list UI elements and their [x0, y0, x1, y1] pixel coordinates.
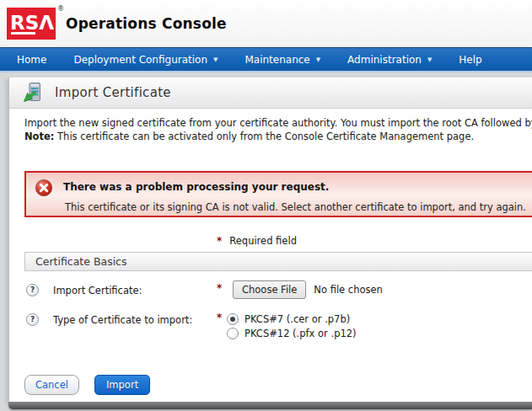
error-detail: This certificate or its signing CA is no…: [65, 201, 532, 213]
field-label-certificate-type: Type of Certificate to import:: [53, 314, 192, 326]
rsa-logo-mark: RSΛ: [7, 8, 56, 40]
radio-button-icon[interactable]: [227, 328, 239, 339]
nav-item-maintenance[interactable]: Maintenance ▼: [245, 54, 320, 66]
intro-note: Note: This certificate can be activated …: [24, 130, 532, 143]
file-status-text: No file chosen: [314, 284, 382, 296]
svg-text:RSΛ: RSΛ: [10, 12, 54, 34]
nav-item-administration[interactable]: Administration ▼: [347, 54, 432, 66]
bottom-bar: [8, 402, 532, 409]
required-label: Required field: [229, 235, 297, 247]
chevron-down-icon: ▼: [427, 56, 432, 63]
nav-item-home[interactable]: Home: [17, 54, 46, 66]
nav-label: Administration: [347, 54, 422, 66]
required-asterisk: *: [217, 312, 222, 323]
chevron-down-icon: ▼: [316, 56, 320, 63]
choose-file-button[interactable]: Choose File: [233, 280, 306, 299]
radio-button-selected-icon[interactable]: [227, 313, 239, 325]
field-row-import-certificate: ? Import Certificate: * Choose File No f…: [9, 280, 532, 301]
intro-text: Import the new signed certificate from y…: [24, 116, 532, 143]
nav-item-deployment-configuration[interactable]: Deployment Configuration ▼: [73, 54, 218, 66]
nav-label: Help: [459, 54, 481, 66]
registered-trademark: ®: [57, 5, 64, 13]
screen: RSΛ ® Operations Console Home Deployment…: [0, 0, 532, 411]
radio-label: PKCS#12 (.pfx or .p12): [245, 328, 357, 339]
page-title-bar: Import Certificate: [9, 77, 532, 109]
required-asterisk: *: [217, 282, 222, 294]
radio-option-pkcs7[interactable]: PKCS#7 (.cer or .p7b): [227, 312, 357, 326]
error-icon: [35, 179, 53, 197]
page-title: Import Certificate: [55, 85, 171, 100]
main-nav: Home Deployment Configuration ▼ Maintena…: [0, 47, 532, 72]
help-icon[interactable]: ?: [26, 284, 39, 296]
server-import-icon: [22, 82, 44, 104]
radio-option-pkcs12[interactable]: PKCS#12 (.pfx or .p12): [227, 326, 357, 340]
note-text: This certificate can be activated only f…: [54, 131, 474, 142]
import-button[interactable]: Import: [94, 375, 150, 395]
nav-label: Deployment Configuration: [73, 54, 207, 66]
nav-item-help[interactable]: Help: [459, 54, 481, 66]
cancel-button[interactable]: Cancel: [24, 375, 79, 395]
note-label: Note:: [24, 131, 54, 142]
rsa-logo: RSΛ ®: [7, 8, 56, 40]
radio-label: PKCS#7 (.cer or .p7b): [245, 313, 350, 325]
field-row-certificate-type: ? Type of Certificate to import: * PKCS#…: [9, 310, 532, 340]
required-asterisk: *: [217, 235, 222, 247]
help-icon[interactable]: ?: [26, 313, 39, 326]
nav-label: Maintenance: [245, 54, 309, 66]
action-buttons: Cancel Import: [24, 375, 150, 395]
certificate-type-radio-group: PKCS#7 (.cer or .p7b) PKCS#12 (.pfx or .…: [227, 312, 357, 340]
app-header: RSΛ ® Operations Console: [0, 0, 532, 47]
chevron-down-icon: ▼: [213, 56, 218, 63]
intro-line: Import the new signed certificate from y…: [24, 116, 532, 130]
file-input: Choose File No file chosen: [233, 280, 383, 299]
content-panel: Import Certificate Import the new signed…: [8, 77, 532, 402]
error-banner: There was a problem processing your requ…: [24, 171, 532, 217]
field-label-import-certificate: Import Certificate:: [53, 285, 142, 296]
error-title: There was a problem processing your requ…: [63, 181, 532, 193]
section-header-certificate-basics: Certificate Basics: [24, 252, 532, 271]
nav-label: Home: [17, 54, 46, 66]
app-title: Operations Console: [66, 15, 227, 32]
required-field-note: *Required field: [217, 235, 297, 247]
